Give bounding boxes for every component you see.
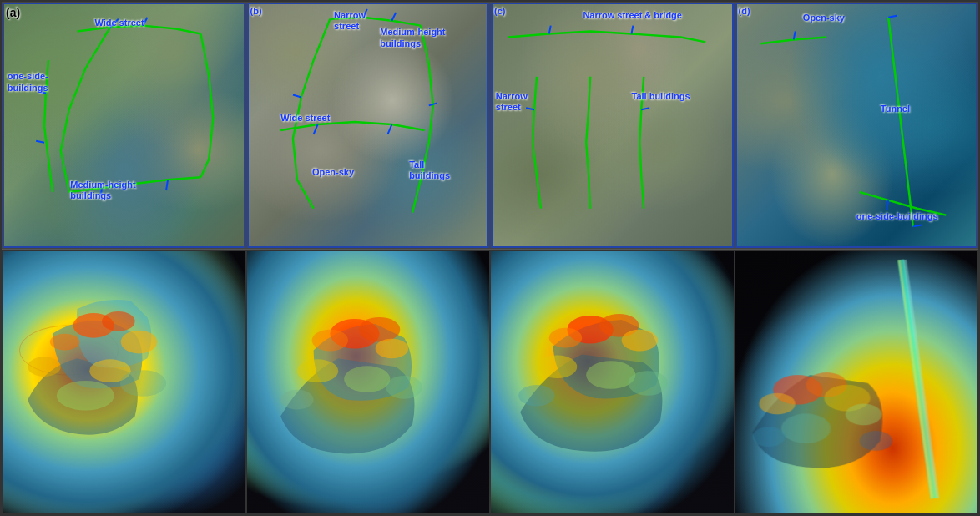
svg-point-56 bbox=[859, 431, 892, 451]
svg-point-43 bbox=[586, 361, 635, 389]
svg-point-54 bbox=[780, 414, 830, 444]
pointcloud-c bbox=[490, 250, 735, 514]
svg-point-40 bbox=[549, 328, 582, 348]
svg-line-5 bbox=[166, 180, 168, 190]
pointcloud-a bbox=[2, 250, 246, 514]
svg-point-33 bbox=[375, 339, 407, 359]
svg-point-53 bbox=[845, 404, 881, 426]
svg-point-34 bbox=[296, 359, 337, 382]
panel-d: (d) Open-sky Tunnel one-side-buildings bbox=[735, 2, 979, 249]
svg-point-55 bbox=[752, 427, 785, 447]
pointcloud-d-visual bbox=[735, 251, 978, 513]
svg-line-13 bbox=[631, 26, 633, 34]
svg-point-25 bbox=[121, 331, 157, 354]
svg-line-46 bbox=[901, 260, 933, 498]
svg-line-4 bbox=[100, 188, 102, 199]
pointcloud-a-visual bbox=[3, 251, 245, 513]
svg-line-7 bbox=[391, 13, 396, 21]
panel-d-routes bbox=[735, 3, 978, 248]
svg-line-6 bbox=[362, 9, 366, 18]
svg-line-18 bbox=[887, 200, 888, 210]
panel-a-routes bbox=[3, 3, 245, 248]
bottom-row bbox=[2, 250, 978, 514]
pointcloud-d bbox=[735, 250, 979, 514]
svg-point-35 bbox=[344, 366, 390, 392]
svg-line-19 bbox=[912, 225, 921, 226]
svg-point-28 bbox=[57, 381, 114, 411]
svg-line-10 bbox=[292, 95, 301, 98]
svg-point-29 bbox=[120, 370, 166, 397]
pointcloud-c-visual bbox=[491, 251, 734, 513]
svg-line-14 bbox=[526, 108, 534, 109]
svg-line-48 bbox=[899, 260, 932, 498]
panel-c-routes bbox=[491, 3, 734, 248]
svg-line-9 bbox=[387, 124, 391, 134]
svg-point-24 bbox=[50, 334, 80, 351]
panel-a: (a) Wide street one-side-buildings Mediu… bbox=[2, 2, 246, 249]
svg-point-26 bbox=[28, 357, 60, 377]
svg-line-15 bbox=[641, 108, 649, 109]
panel-c: (c) Narrow street & bridge Narrowstreet … bbox=[490, 2, 735, 249]
main-container: (a) Wide street one-side-buildings Mediu… bbox=[0, 0, 980, 516]
svg-point-32 bbox=[311, 330, 347, 352]
svg-line-12 bbox=[549, 26, 551, 34]
svg-line-2 bbox=[38, 92, 46, 94]
top-row: (a) Wide street one-side-buildings Mediu… bbox=[2, 2, 978, 250]
svg-line-20 bbox=[888, 16, 897, 18]
svg-point-51 bbox=[759, 393, 795, 415]
svg-line-16 bbox=[888, 18, 913, 227]
svg-point-37 bbox=[280, 390, 313, 410]
svg-point-44 bbox=[629, 371, 668, 396]
pointcloud-b-visual bbox=[247, 251, 490, 513]
svg-point-45 bbox=[518, 385, 554, 407]
svg-line-1 bbox=[143, 18, 147, 26]
svg-line-17 bbox=[793, 32, 795, 40]
panel-b-routes bbox=[247, 3, 490, 248]
svg-point-41 bbox=[622, 330, 658, 352]
svg-point-31 bbox=[358, 317, 399, 342]
svg-line-47 bbox=[905, 260, 937, 498]
pointcloud-b bbox=[246, 250, 491, 514]
svg-line-3 bbox=[36, 141, 44, 143]
svg-point-36 bbox=[386, 376, 422, 399]
svg-point-23 bbox=[102, 311, 134, 331]
svg-point-42 bbox=[538, 355, 577, 378]
panel-b: (b) Narrowstreet Medium-heightbuildings … bbox=[246, 2, 491, 249]
